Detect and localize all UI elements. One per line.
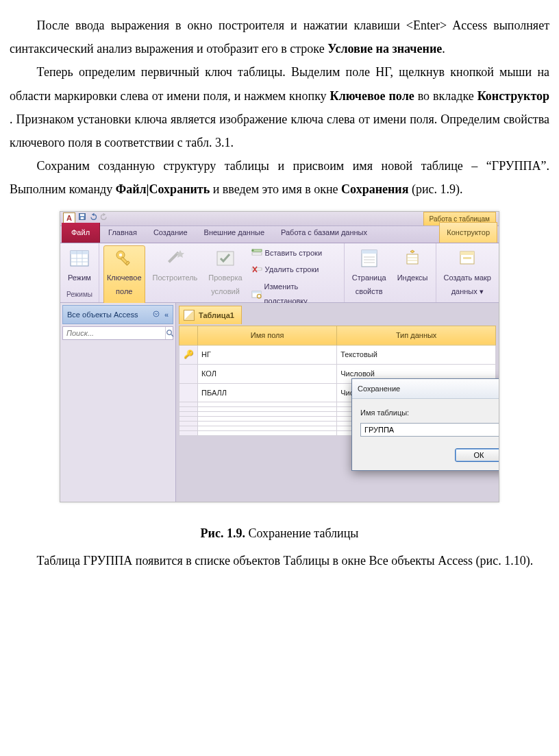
row-selector[interactable] [179, 422, 198, 426]
svg-text:+: + [251, 248, 254, 253]
document-tab[interactable]: Таблица1 [179, 306, 242, 325]
dialog-title: Сохранение [358, 382, 400, 396]
indexes-icon [401, 247, 423, 269]
dialog-title-bar[interactable]: Сохранение ? [352, 379, 499, 400]
svg-rect-17 [252, 253, 262, 255]
bold: Ключевое поле [330, 89, 414, 103]
create-data-macro-button[interactable]: Создать макр данных ▾ [440, 245, 495, 302]
collapse-chevron-icon[interactable]: « [164, 310, 169, 319]
text: во вкладке [418, 89, 477, 103]
label: Ключевое поле [107, 271, 142, 300]
para-2: Теперь определим первичный ключ таблицы.… [10, 60, 549, 154]
row-selector[interactable] [179, 407, 198, 412]
col-field-name: Имя поля [198, 326, 337, 345]
workspace: Все объекты Access « Таблица1 [60, 303, 499, 502]
delete-rows-button[interactable]: Удалить строки [250, 262, 340, 278]
para-4: Таблица ГРУППА появится в списке объекто… [10, 549, 549, 572]
view-button[interactable]: Режим [64, 245, 95, 287]
cell-name[interactable]: НГ [198, 345, 337, 364]
ribbon-group-views: Режим Режимы [60, 243, 99, 302]
dropdown-icon [153, 310, 160, 317]
ribbon: Режим Режимы Ключевое поле Построитель [60, 243, 499, 303]
svg-point-10 [119, 253, 122, 256]
label: Удалить строки [265, 263, 319, 277]
insert-rows-button[interactable]: + Вставить строки [250, 245, 340, 261]
svg-point-36 [153, 311, 159, 317]
row-selector[interactable] [179, 402, 198, 407]
search-input[interactable] [63, 327, 165, 339]
cell-name[interactable]: ПБАЛЛ [198, 383, 337, 402]
text: (рис. 1.9). [412, 182, 463, 196]
label: Создать макр данных ▾ [444, 271, 491, 300]
row-selector[interactable] [179, 383, 198, 402]
cell-name[interactable]: КОЛ [198, 364, 337, 383]
row-selector[interactable] [179, 431, 198, 436]
text: . [442, 42, 445, 56]
table-icon [184, 310, 195, 321]
validate-icon [214, 247, 236, 269]
row-selector[interactable]: 🔑 [179, 345, 198, 364]
caption-num: Рис. 1.9. [201, 526, 245, 540]
row-selector-header [179, 326, 198, 345]
property-sheet-icon [358, 247, 380, 269]
row-selector[interactable] [179, 426, 198, 431]
wand-icon [164, 247, 186, 269]
row-selector[interactable] [179, 412, 198, 417]
access-screenshot: A Работа с таблицам Файл Главная Создани… [60, 211, 499, 502]
svg-line-38 [171, 334, 173, 337]
cell-type[interactable]: Текстовый [337, 345, 496, 364]
insert-row-icon: + [251, 247, 262, 258]
bold: Сохранения [341, 182, 408, 196]
svg-rect-35 [463, 257, 471, 259]
indexes-button[interactable]: Индексы [394, 245, 432, 302]
navigation-pane: Все объекты Access « [60, 303, 176, 502]
document-area: Таблица1 Имя поля Тип данных 🔑 НГ Тексто… [176, 303, 499, 502]
label: Режим [68, 271, 91, 285]
figure-caption: Рис. 1.9. Сохранение таблицы [10, 522, 549, 545]
validate-button[interactable]: Проверка условий [205, 245, 245, 310]
ribbon-group-tools: Ключевое поле Построитель Проверка услов… [99, 243, 345, 302]
tab-label: Таблица1 [199, 308, 234, 323]
para-1: После ввода выражения в окно построителя… [10, 14, 549, 60]
search-icon[interactable] [165, 327, 174, 339]
nav-title: Все объекты Access [67, 308, 138, 322]
table-name-input[interactable] [360, 423, 499, 437]
svg-rect-30 [407, 254, 418, 264]
caption-text: Сохранение таблицы [245, 526, 359, 540]
table-row[interactable]: 🔑 НГ Текстовый [179, 345, 496, 364]
svg-point-37 [167, 330, 172, 335]
group-label: Режимы [64, 286, 95, 303]
redo-icon[interactable] [100, 211, 108, 225]
nav-pane-header[interactable]: Все объекты Access « [62, 305, 173, 325]
tab-dbtools[interactable]: Работа с базами данных [273, 223, 375, 243]
text: После ввода выражения в окно построителя… [10, 19, 549, 56]
bold: Условие на значение [327, 42, 442, 56]
svg-rect-34 [460, 252, 474, 255]
primary-key-button[interactable]: Ключевое поле [103, 245, 145, 310]
tab-file[interactable]: Файл [62, 223, 100, 243]
text: и введем это имя в окне [213, 182, 341, 196]
delete-row-icon [251, 265, 262, 276]
tab-external[interactable]: Внешние данные [196, 223, 273, 243]
svg-rect-26 [362, 250, 377, 254]
col-data-type: Тип данных [337, 326, 496, 345]
svg-rect-4 [71, 251, 88, 254]
label: Построитель [153, 271, 198, 285]
primary-key-icon: 🔑 [184, 350, 194, 359]
para-3: Сохраним созданную структуру таблицы и п… [10, 154, 549, 201]
tab-create[interactable]: Создание [145, 223, 196, 243]
builder-button[interactable]: Построитель [149, 245, 201, 310]
key-icon [113, 247, 135, 269]
lookup-icon [251, 289, 262, 300]
row-selector[interactable] [179, 417, 198, 422]
svg-rect-1 [80, 214, 84, 216]
table-name-label: Имя таблицы: [360, 406, 499, 420]
svg-rect-23 [252, 291, 261, 293]
tab-design[interactable]: Конструктор [439, 222, 497, 243]
save-dialog: Сохранение ? Имя таблицы: ОК Отмена [351, 378, 499, 472]
row-selector[interactable] [179, 364, 198, 383]
ok-button[interactable]: ОК [455, 448, 499, 462]
datasheet-icon [69, 247, 90, 269]
svg-marker-14 [176, 250, 184, 258]
property-sheet-button[interactable]: Страница свойств [349, 245, 390, 302]
